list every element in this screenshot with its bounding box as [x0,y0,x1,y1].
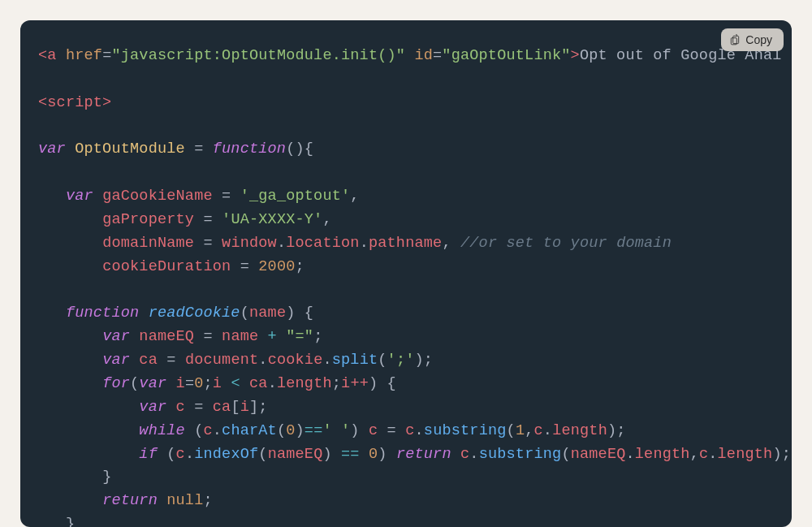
copy-label: Copy [745,33,772,46]
svg-rect-0 [733,36,739,43]
code-block: Copy <a href="javascript:OptOutModule.in… [20,20,792,527]
copy-button[interactable]: Copy [721,28,784,51]
code-content: <a href="javascript:OptOutModule.init()"… [20,20,792,527]
clipboard-icon [729,34,741,45]
